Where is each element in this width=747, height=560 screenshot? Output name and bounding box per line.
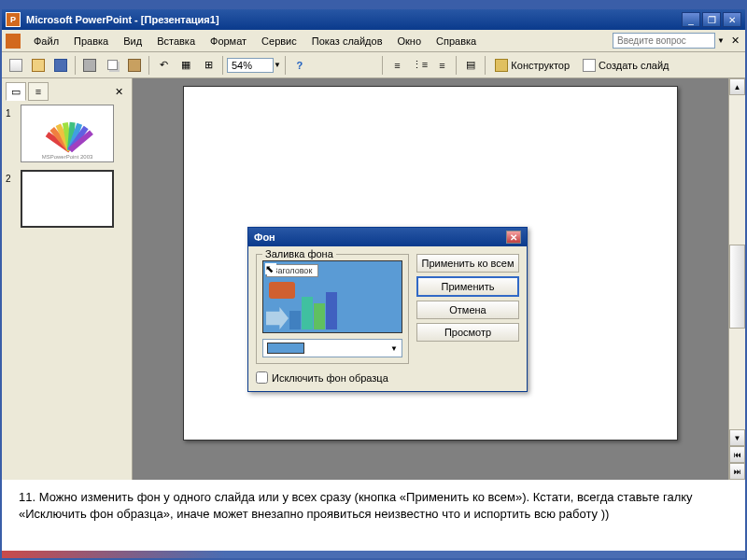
vertical-scrollbar[interactable]: ▲ ▼ ⏮ ⏭ [728,78,745,480]
slide-thumbnail[interactable]: 2 [6,170,128,228]
slides-tab[interactable]: ≡ [28,82,49,101]
powerpoint-icon: P [6,12,21,27]
help-dropdown-icon[interactable]: ▼ [717,36,725,45]
menu-file[interactable]: Файл [26,34,66,49]
menu-tools[interactable]: Сервис [254,34,304,49]
dialog-close-button[interactable]: ✕ [506,231,521,244]
print-button[interactable] [79,55,100,76]
fill-group: Заливка фона ⬉ Заголовок [256,254,409,364]
new-slide-label: Создать слайд [599,60,669,71]
background-preview: ⬉ Заголовок [262,260,402,333]
close-button[interactable]: ✕ [723,12,741,27]
restore-button[interactable]: ❐ [702,12,721,27]
window-title: Microsoft PowerPoint - [Презентация1] [26,14,682,25]
apply-button[interactable]: Применить [416,276,519,297]
new-slide-button[interactable]: Создать слайд [577,57,674,74]
align-left-button[interactable]: ≡ [387,55,407,76]
cancel-button[interactable]: Отмена [416,301,519,319]
outline-tab[interactable]: ▭ [6,82,26,101]
group-label: Заливка фона [262,248,336,259]
open-icon [32,59,45,72]
resize-handle-icon: ⬉ [265,263,276,274]
prev-slide-button[interactable]: ⏮ [729,446,745,463]
new-button[interactable] [6,55,26,76]
color-swatch [267,343,304,354]
increase-indent-button[interactable]: ▤ [460,55,481,76]
slide-thumbnail[interactable]: 1 MSPowerPoint 2003 [6,105,128,162]
help-search-input[interactable] [613,33,715,49]
undo-button[interactable]: ↶ [153,55,174,76]
print-icon [83,59,96,72]
numbering-button[interactable]: ≡ [431,55,452,76]
background-dialog: Фон ✕ Заливка фона ⬉ Заголовок [247,227,528,392]
menu-format[interactable]: Формат [203,34,254,49]
next-slide-button[interactable]: ⏭ [729,463,745,480]
titlebar: P Microsoft PowerPoint - [Презентация1] … [2,9,745,30]
thumb-number: 1 [6,105,21,162]
notes-text: 11. Можно изменить фон у одного слайда и… [19,490,693,521]
panel-close-button[interactable]: ✕ [109,82,128,101]
thumb-number: 2 [6,170,21,228]
table-button[interactable]: ▦ [176,55,196,76]
designer-label: Конструктор [511,60,570,71]
menu-help[interactable]: Справка [429,34,484,49]
menu-window[interactable]: Окно [390,34,430,49]
menu-edit[interactable]: Правка [66,34,116,49]
document-icon [6,34,21,49]
slide-canvas[interactable]: Фон ✕ Заливка фона ⬉ Заголовок [183,86,678,441]
paste-button[interactable] [124,55,145,76]
scroll-up-button[interactable]: ▲ [729,78,745,95]
doc-close-button[interactable]: ✕ [728,35,741,48]
footer-decoration [2,551,745,558]
designer-icon [495,59,508,72]
dropdown-arrow-icon: ▼ [390,344,398,353]
grid-button[interactable]: ⊞ [198,55,218,76]
bullets-button[interactable]: ⋮≡ [409,55,430,76]
new-icon [9,59,22,72]
arrow-shape-icon [266,307,289,329]
apply-all-button[interactable]: Применить ко всем [416,254,519,273]
color-dropdown[interactable]: ▼ [262,339,402,357]
menu-insert[interactable]: Вставка [149,34,203,49]
save-icon [54,59,67,72]
help-button[interactable]: ? [289,55,310,76]
slide-editor[interactable]: Фон ✕ Заливка фона ⬉ Заголовок [133,78,728,480]
thumb-preview: MSPowerPoint 2003 [21,105,114,162]
scroll-down-button[interactable]: ▼ [729,429,745,446]
zoom-dropdown-icon[interactable]: ▼ [274,61,281,69]
menubar: Файл Правка Вид Вставка Формат Сервис По… [2,30,745,52]
copy-button[interactable] [102,55,122,76]
menu-slideshow[interactable]: Показ слайдов [304,34,390,49]
scroll-track[interactable] [729,95,745,429]
thumb-caption: MSPowerPoint 2003 [42,154,93,160]
copy-icon [107,60,118,70]
scroll-thumb[interactable] [729,245,745,329]
standard-toolbar: ↶ ▦ ⊞ ▼ ? ≡ ⋮≡ ≡ ▤ Конструктор Создать с… [2,52,745,78]
paste-icon [128,59,141,72]
preview-button[interactable]: Просмотр [416,323,519,342]
open-button[interactable] [28,55,49,76]
notes-pane: 11. Можно изменить фон у одного слайда и… [2,480,745,551]
new-slide-icon [583,59,596,72]
exclude-master-label: Исключить фон образца [272,372,388,384]
exclude-master-checkbox[interactable] [256,371,268,384]
designer-button[interactable]: Конструктор [489,57,575,74]
minimize-button[interactable]: _ [682,12,700,27]
zoom-input[interactable] [227,58,274,73]
content-area: ▭ ≡ ✕ 1 MSPowerPoint 2003 2 [2,78,745,480]
save-button[interactable] [50,55,71,76]
menu-view[interactable]: Вид [116,34,149,49]
thumbnail-panel: ▭ ≡ ✕ 1 MSPowerPoint 2003 2 [2,78,133,480]
thumb-preview [21,170,114,228]
dialog-title-text: Фон [254,231,275,243]
dialog-titlebar[interactable]: Фон ✕ [248,228,527,246]
